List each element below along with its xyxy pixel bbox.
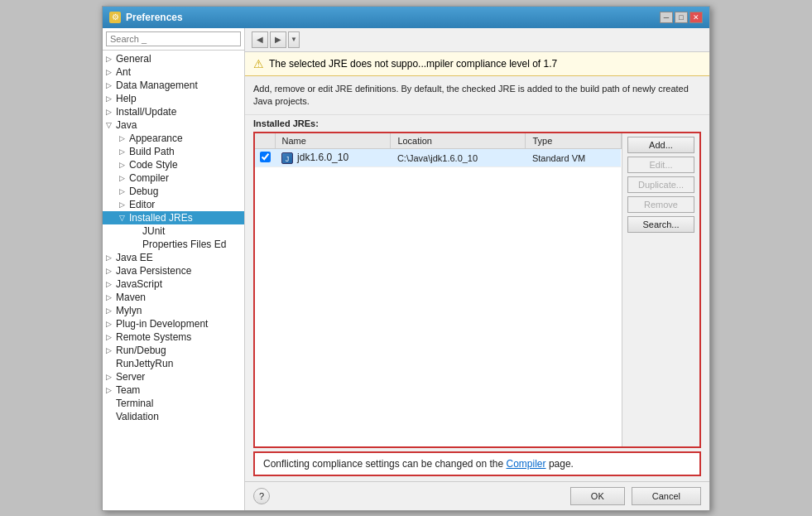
sidebar-item-general[interactable]: ▷ General [103,52,244,65]
sidebar-item-label: Compiler [129,172,169,184]
col-type: Type [526,133,622,149]
sidebar-item-label: Java Persistence [116,265,191,277]
minimize-button[interactable]: ─ [660,12,673,23]
compiler-link[interactable]: Compiler [507,458,546,470]
expand-icon: ▽ [119,214,127,222]
expand-icon: ▷ [106,68,114,76]
sidebar: ▷ General ▷ Ant ▷ Data Management ▷ Help [103,28,245,510]
sidebar-item-data-management[interactable]: ▷ Data Management [103,79,244,92]
cancel-button[interactable]: Cancel [632,487,701,505]
expand-icon: ▷ [106,280,114,288]
title-bar-left: ⚙ Preferences [109,12,183,23]
expand-icon: ▷ [106,81,114,89]
window-icon: ⚙ [109,12,121,23]
sidebar-item-java-persistence[interactable]: ▷ Java Persistence [103,264,244,277]
jre-location-cell: C:\Java\jdk1.6.0_10 [391,149,526,167]
nav-dropdown-button[interactable]: ▼ [288,31,300,48]
search-button[interactable]: Search... [627,216,694,233]
sidebar-item-maven[interactable]: ▷ Maven [103,291,244,304]
sidebar-item-help[interactable]: ▷ Help [103,92,244,105]
expand-icon: ▷ [106,333,114,341]
sidebar-item-java-ee[interactable]: ▷ Java EE [103,251,244,264]
sidebar-item-label: Java [116,119,137,131]
bottom-bar: ? OK Cancel [245,481,709,510]
jre-checkbox[interactable] [255,149,275,167]
jre-check-input[interactable] [260,152,271,162]
expand-icon: ▷ [106,108,114,116]
maximize-button[interactable]: □ [675,12,688,23]
expand-icon: ▷ [106,293,114,301]
ok-button[interactable]: OK [570,487,625,505]
help-button[interactable]: ? [253,488,270,504]
table-header-row: Name Location Type [255,133,621,149]
sidebar-item-plugin-dev[interactable]: ▷ Plug-in Development [103,317,244,330]
col-name: Name [275,133,391,149]
sidebar-item-remote-systems[interactable]: ▷ Remote Systems [103,330,244,344]
jre-name-value: jdk1.6.0_10 [297,152,348,163]
sidebar-item-label: Plug-in Development [116,318,208,330]
sidebar-item-label: Appearance [129,133,183,144]
sidebar-item-label: Mylyn [116,305,142,316]
sidebar-item-label: Remote Systems [116,331,191,343]
sidebar-item-label: JUnit [142,225,165,237]
sidebar-item-run-jetty-run[interactable]: RunJettyRun [103,357,244,370]
edit-button[interactable]: Edit... [627,157,694,173]
sidebar-item-appearance[interactable]: ▷ Appearance [103,132,244,145]
sidebar-item-java[interactable]: ▽ Java [103,118,244,132]
sidebar-item-label: General [116,53,151,65]
back-button[interactable]: ◀ [252,31,268,48]
sidebar-item-label: Editor [129,199,155,210]
sidebar-item-label: Run/Debug [116,345,166,356]
conflict-bar: Conflicting compliance settings can be c… [253,451,701,476]
expand-icon: ▷ [106,94,114,103]
jre-action-buttons: Add... Edit... Duplicate... Remove Searc… [622,133,699,446]
sidebar-item-label: Maven [116,292,146,303]
remove-button[interactable]: Remove [627,196,694,213]
sidebar-item-mylyn[interactable]: ▷ Mylyn [103,304,244,317]
add-button[interactable]: Add... [627,137,694,153]
jre-icon: J [281,152,293,164]
sidebar-item-install-update[interactable]: ▷ Install/Update [103,105,244,118]
forward-button[interactable]: ▶ [270,31,286,48]
sidebar-item-build-path[interactable]: ▷ Build Path [103,145,244,158]
sidebar-item-properties-files-ed[interactable]: Properties Files Ed [103,238,244,251]
col-location: Location [391,133,526,149]
sidebar-item-ant[interactable]: ▷ Ant [103,65,244,79]
expand-icon: ▷ [119,161,127,169]
sidebar-item-javascript[interactable]: ▷ JavaScript [103,277,244,291]
sidebar-item-label: RunJettyRun [116,358,173,369]
duplicate-button[interactable]: Duplicate... [627,176,694,193]
sidebar-item-compiler[interactable]: ▷ Compiler [103,171,244,185]
expand-icon: ▷ [106,386,114,394]
sidebar-tree: ▷ General ▷ Ant ▷ Data Management ▷ Help [103,51,244,510]
expand-icon: ▷ [119,174,127,182]
sidebar-item-label: Properties Files Ed [142,239,226,250]
preferences-window: ⚙ Preferences ─ □ ✕ ▷ General ▷ [102,6,710,511]
nav-bar: ◀ ▶ ▼ [245,28,709,52]
sidebar-item-team[interactable]: ▷ Team [103,383,244,397]
sidebar-item-label: Debug [129,186,158,197]
sidebar-item-label: Terminal [116,398,153,409]
jre-table: Name Location Type [255,133,622,446]
jre-table-area: Name Location Type [253,132,701,447]
expand-icon: ▷ [119,187,127,195]
sidebar-item-code-style[interactable]: ▷ Code Style [103,158,244,171]
sidebar-item-terminal[interactable]: Terminal [103,397,244,410]
sidebar-item-label: Code Style [129,159,178,171]
sidebar-item-debug[interactable]: ▷ Debug [103,185,244,198]
search-input[interactable] [106,31,241,46]
close-button[interactable]: ✕ [689,12,703,23]
sidebar-item-label: JavaScript [116,278,162,290]
sidebar-item-label: Installed JREs [129,212,193,224]
table-row[interactable]: J jdk1.6.0_10 C:\Java\jdk1.6.0_10 Standa… [255,149,621,167]
sidebar-item-validation[interactable]: Validation [103,410,244,423]
sidebar-item-run-debug[interactable]: ▷ Run/Debug [103,344,244,357]
warning-bar: ⚠ The selected JRE does not suppo...mpil… [245,52,709,76]
jre-name-cell: J jdk1.6.0_10 [275,149,391,167]
conflict-suffix: page. [546,458,574,470]
sidebar-item-label: Install/Update [116,106,176,118]
sidebar-item-server[interactable]: ▷ Server [103,370,244,383]
sidebar-item-installed-jres[interactable]: ▽ Installed JREs [103,211,244,224]
sidebar-item-editor[interactable]: ▷ Editor [103,198,244,211]
sidebar-item-junit[interactable]: JUnit [103,224,244,238]
